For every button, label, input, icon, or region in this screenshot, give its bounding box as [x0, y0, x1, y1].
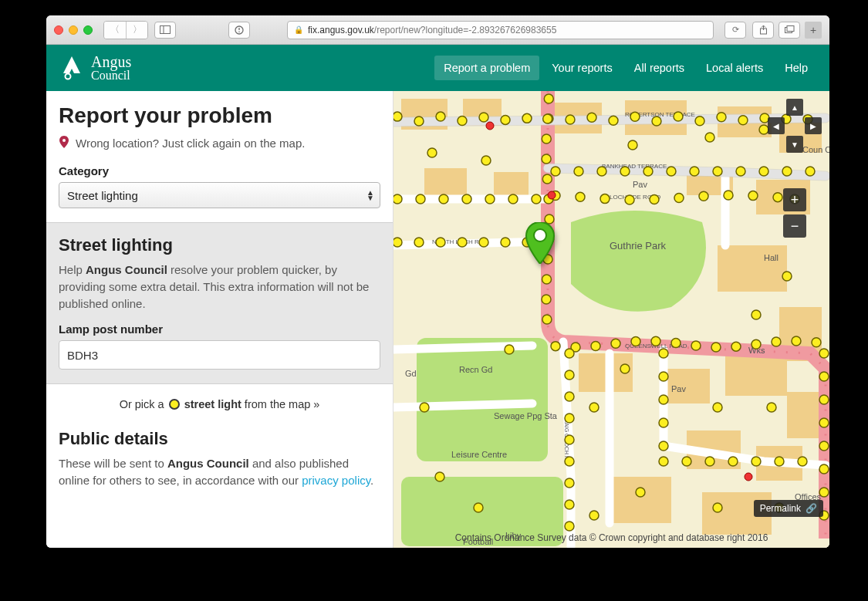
window-controls	[54, 25, 93, 35]
location-pin[interactable]	[525, 222, 556, 267]
svg-point-133	[508, 194, 518, 204]
svg-point-185	[486, 122, 494, 130]
svg-point-174	[474, 503, 483, 512]
tabs-button[interactable]	[778, 22, 800, 39]
reader-button[interactable]	[228, 22, 250, 39]
svg-point-136	[565, 370, 574, 380]
location-hint: Wrong location? Just click again on the …	[59, 136, 380, 150]
svg-point-124	[458, 238, 467, 247]
zoom-in-button[interactable]: +	[783, 188, 806, 211]
lamp-input[interactable]	[59, 340, 380, 370]
address-bar[interactable]: 🔒 fix.angus.gov.uk/report/new?longitude=…	[287, 21, 714, 39]
svg-rect-24	[718, 245, 787, 292]
svg-rect-32	[610, 477, 671, 523]
back-button[interactable]: 〈	[104, 22, 126, 39]
svg-point-166	[628, 140, 637, 150]
svg-point-154	[659, 395, 668, 404]
svg-point-96	[772, 337, 781, 346]
svg-point-149	[819, 464, 829, 474]
nav-report-problem[interactable]: Report a problem	[434, 56, 539, 80]
pan-right-button[interactable]: ▶	[805, 117, 822, 134]
svg-point-145	[819, 372, 829, 381]
reload-button[interactable]: ⟳	[724, 22, 746, 39]
svg-point-113	[600, 194, 610, 204]
svg-point-93	[711, 343, 721, 352]
lock-icon: 🔒	[294, 25, 303, 34]
category-select[interactable]: Street lighting	[59, 182, 380, 208]
svg-point-4	[238, 31, 240, 32]
nav-all-reports[interactable]: All reports	[625, 56, 694, 80]
svg-point-101	[597, 167, 606, 176]
svg-point-67	[695, 116, 704, 126]
svg-point-125	[479, 238, 488, 247]
pan-left-button[interactable]: ◀	[768, 117, 785, 134]
svg-point-170	[782, 272, 792, 281]
permalink-button[interactable]: Permalink 🔗	[754, 500, 823, 517]
svg-point-162	[775, 457, 784, 466]
nav-help[interactable]: Help	[775, 56, 817, 80]
svg-point-160	[728, 457, 738, 466]
zoom-out-button[interactable]: −	[783, 214, 806, 238]
svg-rect-28	[725, 353, 787, 396]
sidebar-toggle-button[interactable]	[154, 22, 176, 39]
maximize-window-button[interactable]	[83, 25, 93, 35]
svg-point-88	[611, 339, 620, 348]
pan-up-button[interactable]: ▲	[786, 99, 803, 116]
site-logo[interactable]: Angus Council	[59, 54, 131, 82]
svg-point-66	[674, 112, 683, 121]
svg-rect-8	[787, 26, 794, 32]
svg-point-74	[543, 114, 552, 123]
svg-point-91	[671, 339, 681, 348]
svg-point-92	[691, 341, 701, 350]
svg-point-53	[393, 112, 402, 121]
map[interactable]: Guthrie Park Pav Pav Hall Wks Recn Gd Se…	[393, 45, 829, 548]
svg-point-95	[751, 339, 761, 349]
svg-point-184	[548, 191, 556, 199]
svg-point-175	[435, 472, 444, 481]
svg-point-63	[609, 116, 618, 125]
svg-rect-27	[664, 369, 710, 403]
svg-point-118	[724, 191, 733, 200]
svg-point-114	[625, 195, 634, 204]
svg-text:Pav: Pav	[671, 384, 686, 393]
svg-point-158	[682, 457, 691, 466]
privacy-policy-link[interactable]: privacy policy	[302, 474, 370, 487]
svg-point-54	[414, 116, 424, 126]
minimize-window-button[interactable]	[69, 25, 78, 35]
svg-point-182	[636, 488, 645, 497]
svg-point-76	[542, 154, 551, 164]
category-detail-text: Help Angus Council resolve your problem …	[59, 262, 380, 312]
svg-point-98	[812, 338, 821, 347]
svg-text:Sewage Ppg Sta: Sewage Ppg Sta	[494, 411, 558, 420]
svg-point-172	[620, 364, 630, 373]
map-controls: ▲ ▼ ◀ ▶ + −	[768, 99, 822, 238]
pan-down-button[interactable]: ▼	[786, 136, 803, 153]
svg-point-183	[589, 511, 599, 520]
svg-point-73	[544, 94, 553, 103]
svg-point-107	[736, 167, 745, 176]
svg-point-94	[731, 342, 741, 351]
svg-point-130	[439, 194, 448, 204]
new-tab-button[interactable]: +	[805, 22, 822, 39]
svg-point-135	[565, 349, 574, 358]
svg-point-164	[427, 148, 437, 157]
close-window-button[interactable]	[54, 25, 63, 35]
svg-point-97	[792, 336, 801, 346]
svg-point-161	[751, 457, 761, 466]
share-button[interactable]	[752, 22, 774, 39]
svg-point-121	[393, 238, 402, 247]
svg-point-105	[690, 167, 699, 176]
svg-point-117	[699, 191, 708, 201]
report-form-panel: Report your problem Wrong location? Just…	[46, 45, 393, 548]
svg-text:Leisure Centre: Leisure Centre	[451, 450, 507, 459]
svg-point-87	[591, 342, 600, 351]
svg-point-138	[565, 414, 574, 423]
nav-local-alerts[interactable]: Local alerts	[697, 56, 772, 80]
svg-point-171	[751, 310, 761, 319]
nav-your-reports[interactable]: Your reports	[542, 56, 621, 80]
svg-point-57	[479, 113, 488, 122]
map-canvas: Guthrie Park Pav Pav Hall Wks Recn Gd Se…	[393, 45, 829, 548]
svg-point-157	[659, 457, 668, 466]
site-header: Angus Council Report a problem Your repo…	[46, 45, 829, 91]
forward-button[interactable]: 〉	[126, 22, 147, 39]
